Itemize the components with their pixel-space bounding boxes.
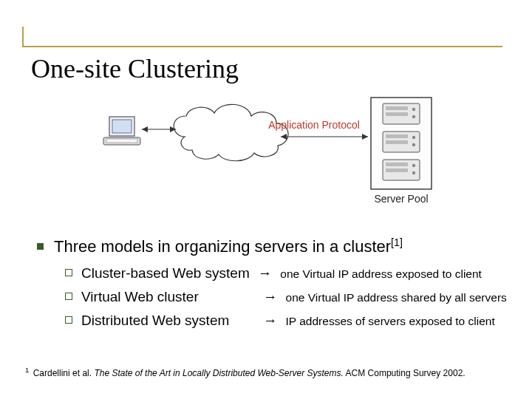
main-bullet-pre: Three models in organizing servers in a … [54, 237, 391, 256]
footnote: 1 Cardellini et al. The State of the Art… [25, 366, 466, 378]
server-icon-3 [383, 160, 420, 180]
client-icon [103, 117, 140, 145]
sub-bullet-label: Distributed Web system [81, 311, 255, 330]
sub-bullet-detail: one Virtual IP address exposed to client [280, 267, 482, 280]
footnote-venue: ACM Computing Survey 2002. [346, 368, 466, 378]
svg-rect-16 [386, 168, 408, 172]
footnote-authors: Cardellini et al. [33, 368, 95, 378]
protocol-label: Application Protocol [268, 119, 360, 131]
title-rule-horizontal [22, 46, 502, 47]
sub-bullet-detail: one Virtual IP address shared by all ser… [286, 291, 507, 304]
svg-point-13 [412, 143, 415, 146]
bullet-icon [65, 293, 72, 300]
arrowhead-left-l [142, 126, 148, 132]
sub-bullet-3: Distributed Web system → IP addresses of… [65, 311, 517, 330]
footnote-title: The State of the Art in Locally Distribu… [94, 368, 343, 378]
slide: One-site Clustering Application Protocol [0, 0, 532, 399]
server-icon-1 [383, 103, 420, 124]
svg-rect-11 [386, 140, 408, 144]
bullet-icon [37, 243, 44, 250]
sub-bullet-detail: IP addresses of servers exposed to clien… [286, 315, 495, 327]
svg-rect-15 [386, 163, 408, 166]
svg-rect-6 [386, 112, 408, 116]
body-content: Three models in organizing servers in a … [37, 236, 517, 334]
sub-bullet-content: Distributed Web system → IP addresses of… [81, 311, 495, 330]
svg-point-17 [412, 164, 415, 167]
arrowhead-right-r [362, 134, 368, 140]
title-rule-vertical [22, 27, 24, 46]
sub-bullet-label: Cluster-based Web system [81, 265, 250, 281]
sub-bullet-2: Virtual Web cluster → one Virtual IP add… [65, 287, 517, 307]
main-bullet: Three models in organizing servers in a … [37, 236, 517, 256]
svg-point-8 [412, 115, 415, 118]
arrow-icon: → [263, 313, 277, 328]
slide-title: One-site Clustering [31, 53, 239, 84]
server-icon-2 [383, 132, 420, 152]
bullet-icon [65, 269, 72, 276]
svg-point-12 [412, 136, 415, 139]
svg-rect-5 [386, 106, 408, 110]
sub-bullet-1: Cluster-based Web system → one Virtual I… [65, 264, 517, 283]
svg-point-18 [412, 171, 415, 174]
arrow-icon: → [263, 289, 277, 304]
svg-point-7 [412, 108, 415, 111]
sub-bullet-label: Virtual Web cluster [81, 287, 255, 307]
main-bullet-ref: [1] [391, 236, 403, 248]
sub-bullet-content: Cluster-based Web system → one Virtual I… [81, 264, 482, 283]
network-cloud-icon [174, 104, 288, 160]
footnote-number: 1 [25, 366, 29, 374]
svg-rect-1 [112, 120, 132, 133]
architecture-diagram: Application Protocol Server Poo [96, 96, 443, 222]
svg-rect-3 [106, 139, 137, 143]
arrow-icon: → [258, 265, 272, 281]
server-pool-label: Server Pool [374, 193, 428, 205]
main-bullet-text: Three models in organizing servers in a … [54, 236, 403, 256]
bullet-icon [65, 316, 72, 324]
svg-rect-10 [386, 134, 408, 138]
sub-bullet-content: Virtual Web cluster → one Virtual IP add… [81, 287, 507, 307]
